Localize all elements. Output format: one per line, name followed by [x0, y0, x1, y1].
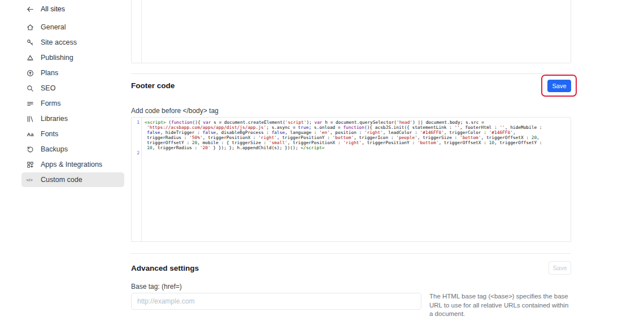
base-tag-label: Base tag: (href=): [131, 283, 182, 291]
sidebar-item-seo[interactable]: SEO: [21, 81, 124, 96]
code-text: 10, triggerRadius : '20' } }); }; h.appe…: [141, 145, 325, 150]
sidebar-item-publishing[interactable]: Publishing: [21, 50, 124, 65]
base-tag-input[interactable]: [131, 293, 421, 310]
footer-code-editor[interactable]: 1<script> (function(){ var s = document.…: [131, 117, 571, 242]
sidebar-item-label: Forms: [41, 99, 60, 107]
code-line: 'https://acsbapp.com/apps/app/dist/js/ap…: [132, 125, 571, 130]
back-label: All sites: [41, 5, 65, 13]
code-line: 10, triggerRadius : '20' } }); }; h.appe…: [132, 145, 571, 150]
footer-code-hint: Add code before </body> tag: [131, 107, 219, 115]
code-icon: </>: [26, 176, 34, 184]
sidebar-item-label: Libraries: [41, 115, 68, 123]
base-tag-help: The HTML base tag (<base>) specifies the…: [429, 292, 573, 325]
sidebar-item-label: Publishing: [41, 54, 73, 62]
line-number: [132, 145, 141, 150]
advanced-settings-save-button[interactable]: Save: [549, 261, 571, 275]
sidebar-item-label: Fonts: [41, 130, 58, 138]
code-text: [141, 150, 145, 155]
plans-icon: [26, 69, 34, 77]
sidebar-item-fonts[interactable]: Aa Fonts: [21, 127, 124, 141]
svg-text:</>: </>: [26, 177, 33, 183]
line-number: [132, 125, 141, 130]
custom-code-settings-page: All sites General Site access Publishing: [0, 0, 644, 325]
sidebar-item-label: Backups: [41, 145, 68, 153]
code-line: triggerRadius : '50%', triggerPositionX …: [132, 135, 571, 140]
section-divider: [131, 73, 571, 74]
back-to-all-sites[interactable]: All sites: [21, 2, 124, 16]
line-number: [132, 135, 141, 140]
code-text: <script> (function(){ var s = document.c…: [141, 120, 484, 125]
backups-icon: [26, 145, 34, 154]
sidebar-item-plans[interactable]: Plans: [21, 66, 124, 80]
code-text: false, hideTrigger : false, disableBgPro…: [141, 130, 516, 135]
code-line: triggerOffsetY : 20, mobile : { triggerS…: [132, 140, 571, 145]
code-line: 1<script> (function(){ var s = document.…: [132, 120, 571, 125]
publish-icon: [26, 54, 34, 62]
sidebar-item-apps-integrations[interactable]: Apps & Integrations: [21, 157, 124, 172]
code-text: triggerOffsetY : 20, mobile : { triggerS…: [141, 140, 542, 145]
code-text: 'https://acsbapp.com/apps/app/dist/js/ap…: [141, 125, 542, 130]
line-number: 2: [132, 150, 141, 155]
svg-text:Aa: Aa: [27, 131, 34, 137]
home-icon: [26, 23, 34, 32]
fonts-icon: Aa: [26, 130, 34, 138]
line-number: [132, 140, 141, 145]
sidebar-item-label: Apps & Integrations: [41, 161, 102, 168]
sidebar-item-custom-code[interactable]: </> Custom code: [21, 172, 124, 187]
sidebar-item-general[interactable]: General: [21, 20, 124, 34]
line-number: [132, 130, 141, 135]
forms-icon: [26, 99, 34, 108]
line-number: 1: [132, 120, 141, 125]
sidebar-item-label: Plans: [41, 69, 58, 77]
key-icon: [26, 38, 34, 47]
libraries-icon: [26, 115, 34, 123]
footer-code-save-button[interactable]: Save: [547, 80, 571, 92]
sidebar-item-label: Custom code: [41, 176, 82, 184]
sidebar-item-site-access[interactable]: Site access: [21, 35, 124, 50]
sidebar-item-libraries[interactable]: Libraries: [21, 111, 124, 126]
code-line: 2: [132, 150, 571, 155]
search-icon: [26, 84, 34, 93]
settings-sidebar: All sites General Site access Publishing: [0, 0, 131, 325]
sidebar-item-forms[interactable]: Forms: [21, 96, 124, 111]
footer-code-title: Footer code: [131, 81, 175, 90]
footer-code-editor-content: 1<script> (function(){ var s = document.…: [132, 118, 571, 241]
header-code-editor[interactable]: [131, 0, 571, 63]
section-divider: [131, 253, 571, 254]
arrow-left-icon: [26, 5, 34, 14]
base-tag-help-text: The HTML base tag (<base>) specifies the…: [429, 292, 573, 319]
sidebar-item-label: SEO: [41, 84, 55, 92]
advanced-settings-title: Advanced settings: [131, 264, 199, 272]
code-text: triggerRadius : '50%', triggerPositionX …: [141, 135, 539, 140]
apps-icon: [26, 161, 34, 169]
sidebar-item-label: General: [41, 23, 66, 31]
sidebar-item-label: Site access: [41, 38, 77, 46]
sidebar-item-backups[interactable]: Backups: [21, 142, 124, 157]
code-line: false, hideTrigger : false, disableBgPro…: [132, 130, 571, 135]
